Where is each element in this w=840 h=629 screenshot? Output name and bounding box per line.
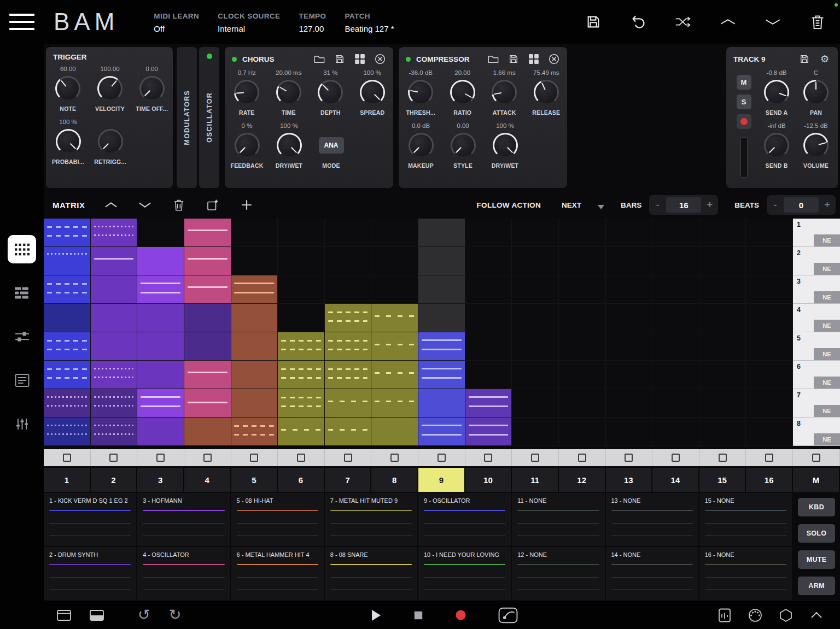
track-cell[interactable]: 10 - I NEED YOUR LOVING	[418, 547, 511, 600]
grid-cell[interactable]	[184, 219, 231, 247]
compressor-enabled-led[interactable]	[406, 57, 411, 62]
grid-cell[interactable]	[137, 389, 184, 418]
checkbox[interactable]	[625, 454, 633, 462]
pattern-checkbox-cell[interactable]	[91, 449, 138, 466]
knob-dial[interactable]	[234, 80, 259, 105]
track-save-icon[interactable]	[798, 53, 810, 65]
knob-time-off[interactable]: 0.00TIME OFF...	[131, 66, 173, 112]
grid-cell[interactable]	[184, 275, 231, 304]
grid-cell[interactable]	[465, 418, 512, 446]
grid-cell[interactable]	[559, 275, 606, 304]
checkbox[interactable]	[765, 454, 773, 462]
grid-cell[interactable]	[371, 361, 418, 389]
grid-cell[interactable]	[559, 418, 606, 446]
checkbox[interactable]	[203, 454, 212, 462]
grid-cell[interactable]	[231, 247, 278, 275]
chorus-enabled-led[interactable]	[232, 57, 237, 62]
knob-dial[interactable]	[409, 133, 434, 158]
track-cell[interactable]: 4 - OSCILLATOR	[137, 547, 230, 600]
grid-cell[interactable]	[512, 418, 559, 446]
grid-cell[interactable]	[652, 219, 699, 247]
grid-cell[interactable]	[746, 275, 793, 304]
grid-cell[interactable]	[699, 332, 746, 361]
grid-cell[interactable]	[652, 389, 699, 418]
automation-mode-icon[interactable]	[498, 607, 518, 624]
grid-cell[interactable]	[652, 418, 699, 446]
pattern-checkbox-cell[interactable]	[746, 449, 793, 466]
grid-cell[interactable]	[371, 304, 418, 332]
grid-cell[interactable]	[278, 275, 325, 304]
patch-field[interactable]: PATCH Beating 127 *	[345, 12, 394, 33]
knob-volume[interactable]: -12.5 dBVOLUME	[796, 122, 836, 169]
stop-button[interactable]	[413, 610, 423, 620]
pattern-checkbox-cell[interactable]	[512, 449, 559, 466]
midi-icon[interactable]	[748, 608, 762, 622]
knob-dial[interactable]	[764, 80, 789, 105]
grid-cell[interactable]	[699, 275, 746, 304]
midi-learn-field[interactable]: MIDI LEARN Off	[154, 12, 199, 33]
grid-cell[interactable]	[231, 418, 278, 446]
track-cell[interactable]: 12 - NONE	[512, 547, 604, 600]
grid-cell[interactable]	[137, 304, 184, 332]
pattern-checkbox-cell[interactable]	[278, 449, 325, 466]
grid-cell[interactable]	[418, 247, 465, 275]
knob-pan[interactable]: CPAN	[796, 69, 836, 116]
chorus-mode-button[interactable]: ANA	[319, 137, 344, 154]
checkbox[interactable]	[63, 454, 71, 462]
track-cell[interactable]: 6 - METAL HAMMER HIT 4	[231, 547, 324, 600]
sidebar-item-sends-view[interactable]	[8, 322, 36, 351]
grid-cell[interactable]	[465, 275, 512, 304]
pattern-checkbox-cell[interactable]	[231, 449, 278, 466]
panel-top-toggle-icon[interactable]	[57, 608, 71, 622]
column-number[interactable]: 10	[465, 468, 512, 492]
scene-delete-icon[interactable]	[171, 197, 186, 213]
knob-makeup[interactable]: 0.0 dBMAKEUP	[400, 122, 442, 169]
grid-cell[interactable]	[652, 275, 699, 304]
grid-cell[interactable]	[746, 304, 793, 332]
grid-cell[interactable]	[746, 219, 793, 247]
undo-history-icon[interactable]: ↺	[138, 608, 150, 622]
grid-cell[interactable]	[137, 332, 184, 361]
preset-folder-icon[interactable]	[487, 53, 499, 65]
grid-cell[interactable]	[371, 219, 418, 247]
grid-cell[interactable]	[44, 219, 91, 247]
knob-depth[interactable]: 31 %DEPTH	[310, 69, 352, 116]
track-cell[interactable]: 2 - DRUM SYNTH	[44, 547, 136, 600]
grid-cell[interactable]	[371, 389, 418, 418]
knob-dial[interactable]	[493, 133, 518, 158]
knob-dial[interactable]	[451, 133, 476, 158]
scene-cell[interactable]: 7NE	[793, 389, 840, 418]
grid-cell[interactable]	[91, 304, 138, 332]
grid-cell[interactable]	[278, 247, 325, 275]
grid-cell[interactable]	[184, 332, 231, 361]
grid-cell[interactable]	[325, 361, 372, 389]
grid-cell[interactable]	[606, 304, 653, 332]
mute-button[interactable]: MUTE	[798, 550, 835, 569]
checkbox[interactable]	[438, 454, 446, 462]
grid-cell[interactable]	[184, 304, 231, 332]
pattern-checkbox-cell[interactable]	[371, 449, 418, 466]
bars-decrement-button[interactable]: -	[649, 195, 666, 215]
grid-cell[interactable]	[278, 332, 325, 361]
checkbox[interactable]	[531, 454, 539, 462]
collapse-down-icon[interactable]	[763, 13, 782, 31]
audio-export-icon[interactable]	[718, 608, 732, 622]
grid-cell[interactable]	[418, 361, 465, 389]
grid-cell[interactable]	[325, 304, 372, 332]
grid-cell[interactable]	[465, 361, 512, 389]
grid-cell[interactable]	[325, 275, 372, 304]
column-number[interactable]: 11	[512, 468, 559, 492]
scene-cell[interactable]: 5NE	[793, 332, 840, 361]
grid-cell[interactable]	[371, 332, 418, 361]
knob-release[interactable]: 75.49 msRELEASE	[526, 69, 568, 116]
trash-icon[interactable]	[808, 13, 827, 31]
device-grid-icon[interactable]	[354, 53, 366, 65]
column-number[interactable]: 3	[137, 468, 184, 492]
knob-dial[interactable]	[408, 80, 433, 105]
grid-cell[interactable]	[699, 418, 746, 446]
track-cell[interactable]: 14 - NONE	[606, 547, 698, 600]
pattern-checkbox-cell[interactable]	[793, 449, 840, 466]
knob-dial[interactable]	[139, 76, 165, 101]
tab-oscillator[interactable]: OSCILLATOR	[199, 47, 219, 188]
grid-cell[interactable]	[465, 247, 512, 275]
